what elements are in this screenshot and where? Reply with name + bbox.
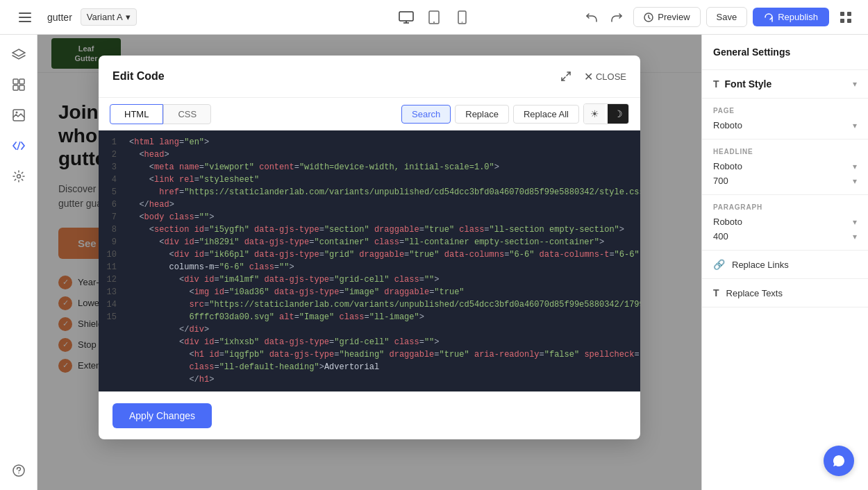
paragraph-font-row: Roboto ▾ (713, 217, 857, 227)
paragraph-font-value: Roboto (713, 217, 742, 227)
page-font-section: PAGE Roboto ▾ (702, 99, 868, 140)
general-settings-title: General Settings (713, 47, 790, 58)
css-tab[interactable]: CSS (163, 104, 211, 124)
page-font-row: Roboto ▾ (713, 120, 857, 130)
modal-header: Edit Code ✕ CLOSE (99, 56, 640, 98)
font-style-title: T Font Style (713, 78, 771, 90)
theme-switcher: ☀ ☽ (583, 103, 629, 124)
headline-weight-value: 700 (713, 176, 728, 186)
paragraph-font-chevron-icon[interactable]: ▾ (853, 217, 857, 227)
paragraph-label: PARAGRAPH (713, 203, 857, 211)
sidebar-icon-media[interactable] (5, 101, 33, 129)
close-label: CLOSE (596, 71, 626, 82)
save-button[interactable]: Save (706, 7, 748, 27)
headline-weight-chevron-icon[interactable]: ▾ (853, 176, 857, 186)
svg-rect-2 (19, 21, 31, 22)
edit-code-modal: Edit Code ✕ CLOSE (99, 56, 640, 439)
menu-icon[interactable] (11, 3, 39, 31)
page-font-chevron-icon[interactable]: ▾ (853, 121, 857, 130)
code-editor[interactable]: 1 2 3 4 5 6 7 8 9 10 11 12 13 (99, 130, 640, 391)
republish-label: Republish (778, 12, 818, 22)
device-switcher (397, 8, 471, 27)
general-settings-header: General Settings (702, 35, 868, 70)
sidebar-icon-widgets[interactable] (5, 71, 33, 99)
html-tab[interactable]: HTML (110, 104, 163, 124)
svg-rect-18 (19, 85, 24, 90)
headline-font-row: Roboto ▾ (713, 161, 857, 171)
replace-texts-row[interactable]: T Replace Texts (702, 279, 868, 307)
replace-links-label: Replace Links (732, 260, 789, 270)
dark-theme-button[interactable]: ☽ (608, 104, 628, 124)
right-sidebar: General Settings T Font Style ▾ PAGE Rob… (701, 35, 868, 490)
page-font-value: Roboto (713, 120, 742, 130)
replace-button[interactable]: Replace (455, 105, 509, 124)
paragraph-weight-row: 400 ▾ (713, 231, 857, 242)
headline-font-section: HEADLINE Roboto ▾ 700 ▾ (702, 140, 868, 195)
save-label: Save (717, 12, 737, 22)
replace-all-button[interactable]: Replace All (513, 105, 579, 124)
left-sidebar (0, 35, 37, 490)
replace-links-row[interactable]: 🔗 Replace Links (702, 251, 868, 279)
font-style-chevron-icon[interactable]: ▾ (853, 79, 857, 89)
variant-selector[interactable]: Variant A ▾ (81, 8, 137, 26)
mobile-icon[interactable] (452, 8, 471, 27)
top-bar-right: Preview Save Republish (483, 6, 857, 28)
desktop-icon[interactable] (397, 8, 416, 27)
sidebar-icon-help[interactable] (5, 457, 33, 484)
svg-rect-3 (399, 12, 413, 21)
svg-rect-14 (847, 19, 851, 23)
headline-weight-row: 700 ▾ (713, 176, 857, 186)
sidebar-icon-settings[interactable] (5, 162, 33, 190)
modal-header-right: ✕ CLOSE (556, 67, 626, 86)
modal-footer: Apply Changes (99, 391, 640, 439)
variant-chevron-icon: ▾ (126, 12, 131, 22)
svg-rect-11 (840, 12, 844, 16)
close-x-icon: ✕ (584, 70, 593, 83)
republish-button[interactable]: Republish (753, 8, 829, 26)
top-bar: gutter Variant A ▾ (0, 0, 868, 35)
paragraph-font-section: PARAGRAPH Roboto ▾ 400 ▾ (702, 195, 868, 251)
headline-font-chevron-icon[interactable]: ▾ (853, 162, 857, 171)
code-tab-group: HTML CSS (110, 104, 211, 124)
svg-rect-15 (13, 79, 18, 84)
paragraph-weight-chevron-icon[interactable]: ▾ (853, 232, 857, 242)
svg-rect-13 (840, 19, 844, 23)
code-lines: 1 2 3 4 5 6 7 8 9 10 11 12 13 (99, 130, 640, 391)
close-button[interactable]: ✕ CLOSE (584, 70, 626, 83)
search-button[interactable]: Search (401, 105, 451, 124)
light-theme-button[interactable]: ☀ (584, 104, 605, 124)
variant-label: Variant A (87, 12, 123, 22)
svg-point-22 (17, 175, 20, 178)
search-label: Search (412, 109, 440, 119)
headline-label: HEADLINE (713, 148, 857, 155)
apply-label: Apply Changes (129, 410, 195, 421)
expand-button[interactable] (556, 67, 576, 86)
top-bar-left: gutter Variant A ▾ (11, 3, 385, 31)
editor-toolbar: HTML CSS Search Replace Replace All (99, 98, 640, 130)
undo-button[interactable] (581, 6, 603, 28)
replace-all-label: Replace All (524, 109, 569, 119)
preview-button[interactable]: Preview (633, 7, 700, 27)
redo-button[interactable] (606, 6, 628, 28)
apply-changes-button[interactable]: Apply Changes (112, 403, 212, 428)
sidebar-icon-code[interactable] (5, 132, 33, 160)
search-group: Search Replace Replace All ☀ ☽ (401, 103, 629, 124)
paragraph-weight-value: 400 (713, 231, 728, 242)
svg-rect-16 (19, 79, 24, 84)
apps-icon[interactable] (835, 6, 857, 28)
svg-point-9 (461, 22, 462, 23)
font-style-section: T Font Style ▾ (702, 70, 868, 99)
replace-label: Replace (465, 109, 499, 119)
sidebar-icon-layers[interactable] (5, 40, 33, 68)
modal-overlay: Edit Code ✕ CLOSE (37, 35, 701, 490)
undo-redo-group (581, 6, 628, 28)
chat-bubble[interactable] (824, 446, 854, 476)
svg-point-24 (18, 473, 19, 474)
site-name: gutter (47, 12, 72, 23)
replace-texts-label: Replace Texts (726, 288, 783, 298)
main-area: Leaf Gutter Join the 3...who have p...gu… (0, 35, 868, 490)
svg-rect-17 (13, 85, 18, 90)
svg-rect-1 (19, 17, 31, 18)
page-label: PAGE (713, 107, 857, 115)
tablet-icon[interactable] (424, 8, 444, 27)
